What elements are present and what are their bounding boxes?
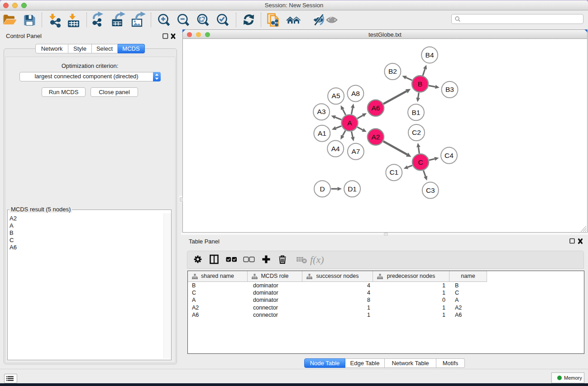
svg-text:A7: A7 xyxy=(351,148,360,155)
svg-text:D1: D1 xyxy=(348,185,357,193)
svg-text:C: C xyxy=(418,158,423,166)
svg-text:A2: A2 xyxy=(371,133,380,141)
svg-text:f(x): f(x) xyxy=(310,254,324,265)
svg-text:A5: A5 xyxy=(332,92,340,100)
svg-text:D: D xyxy=(320,185,325,193)
svg-text:B: B xyxy=(418,80,422,88)
svg-text:A4: A4 xyxy=(331,145,340,152)
svg-text:B2: B2 xyxy=(388,67,397,75)
svg-text:A: A xyxy=(347,119,352,127)
svg-text:C1: C1 xyxy=(389,168,398,176)
svg-text:C2: C2 xyxy=(412,129,421,136)
svg-text:A3: A3 xyxy=(317,108,326,115)
svg-text:A6: A6 xyxy=(372,104,380,112)
svg-text:C4: C4 xyxy=(445,152,454,159)
svg-text:B1: B1 xyxy=(412,109,421,116)
svg-text:A1: A1 xyxy=(318,129,326,137)
svg-text:B4: B4 xyxy=(425,51,434,59)
svg-text:C3: C3 xyxy=(426,186,435,194)
svg-text:A8: A8 xyxy=(351,90,360,97)
svg-text:B3: B3 xyxy=(445,86,454,93)
